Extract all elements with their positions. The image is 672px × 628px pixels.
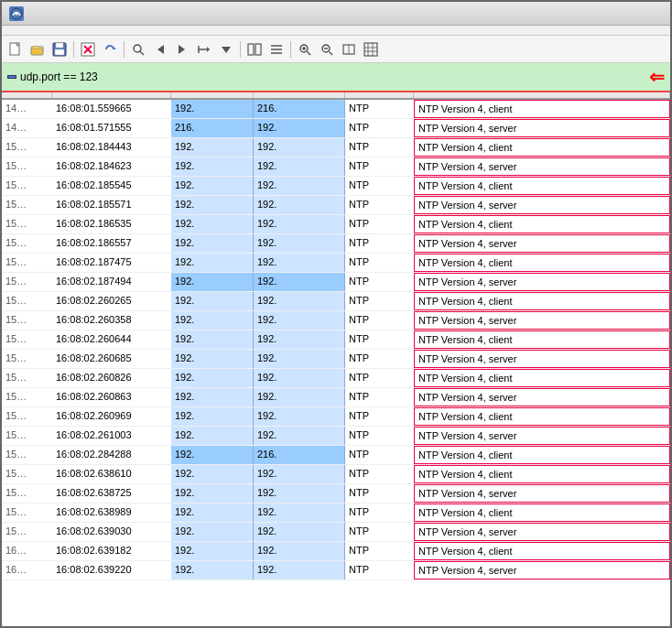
table-row[interactable]: 15… 16:08:02.638610 192. 192. NTP NTP Ve… bbox=[2, 465, 670, 484]
cell-no: 15… bbox=[2, 177, 52, 195]
cell-dest: 192. bbox=[254, 330, 345, 349]
table-row[interactable]: 15… 16:08:02.260644 192. 192. NTP NTP Ve… bbox=[2, 330, 670, 350]
cell-info: NTP Version 4, client bbox=[414, 330, 670, 349]
cell-dest: 192. bbox=[254, 561, 345, 579]
cell-info: NTP Version 4, server bbox=[414, 523, 670, 541]
cell-source: 192. bbox=[171, 234, 254, 253]
resize-columns-button[interactable] bbox=[361, 39, 381, 60]
title-bar bbox=[2, 2, 670, 26]
cell-dest: 192. bbox=[254, 311, 345, 330]
menu-button[interactable] bbox=[266, 39, 287, 60]
scroll-down-button[interactable] bbox=[216, 39, 236, 60]
table-row[interactable]: 14… 16:08:01.559665 192. 216. NTP NTP Ve… bbox=[2, 100, 670, 119]
menu-tools[interactable] bbox=[154, 27, 168, 33]
table-row[interactable]: 15… 16:08:02.284288 192. 216. NTP NTP Ve… bbox=[2, 446, 670, 465]
cell-source: 192. bbox=[171, 215, 254, 233]
cell-proto: NTP bbox=[345, 330, 414, 349]
table-row[interactable]: 15… 16:08:02.260969 192. 192. NTP NTP Ve… bbox=[2, 407, 670, 427]
cell-time: 16:08:02.260826 bbox=[52, 369, 171, 387]
cell-info: NTP Version 4, client bbox=[414, 292, 670, 310]
table-row[interactable]: 15… 16:08:02.260685 192. 192. NTP NTP Ve… bbox=[2, 350, 670, 369]
cell-no: 15… bbox=[2, 311, 52, 330]
cell-dest: 192. bbox=[254, 215, 345, 233]
table-row[interactable]: 15… 16:08:02.186557 192. 192. NTP NTP Ve… bbox=[2, 234, 670, 254]
cell-dest: 192. bbox=[254, 523, 345, 541]
menu-analyze[interactable] bbox=[88, 27, 103, 33]
cell-dest: 192. bbox=[254, 465, 345, 483]
svg-rect-33 bbox=[364, 43, 377, 56]
menu-statistics[interactable] bbox=[104, 27, 119, 33]
cell-info: NTP Version 4, client bbox=[414, 177, 670, 195]
table-row[interactable]: 15… 16:08:02.638725 192. 192. NTP NTP Ve… bbox=[2, 484, 670, 503]
cell-dest: 192. bbox=[254, 503, 345, 522]
table-row[interactable]: 15… 16:08:02.260826 192. 192. NTP NTP Ve… bbox=[2, 369, 670, 388]
cell-proto: NTP bbox=[345, 561, 414, 579]
cell-proto: NTP bbox=[345, 427, 414, 445]
goto-button[interactable] bbox=[194, 39, 214, 60]
forward-button[interactable] bbox=[172, 39, 192, 60]
svg-line-12 bbox=[140, 51, 144, 55]
menu-capture[interactable] bbox=[71, 27, 86, 33]
table-row[interactable]: 15… 16:08:02.187494 192. 192. NTP NTP Ve… bbox=[2, 273, 670, 292]
menu-wireless[interactable] bbox=[137, 27, 152, 33]
menu-view[interactable] bbox=[38, 27, 53, 33]
cell-time: 16:08:02.638610 bbox=[52, 465, 171, 483]
table-row[interactable]: 15… 16:08:02.638989 192. 192. NTP NTP Ve… bbox=[2, 503, 670, 523]
table-row[interactable]: 15… 16:08:02.260265 192. 192. NTP NTP Ve… bbox=[2, 292, 670, 311]
reload-button[interactable] bbox=[100, 39, 120, 60]
table-row[interactable]: 15… 16:08:02.185545 192. 192. NTP NTP Ve… bbox=[2, 177, 670, 196]
svg-marker-10 bbox=[114, 47, 116, 49]
back-button[interactable] bbox=[150, 39, 170, 60]
packet-table-container: 14… 16:08:01.559665 192. 216. NTP NTP Ve… bbox=[2, 92, 670, 626]
find-packet-button[interactable] bbox=[128, 39, 148, 60]
menu-edit[interactable] bbox=[22, 27, 37, 33]
cell-info: NTP Version 4, client bbox=[414, 465, 670, 483]
cell-proto: NTP bbox=[345, 100, 414, 118]
table-row[interactable]: 16… 16:08:02.639182 192. 192. NTP NTP Ve… bbox=[2, 542, 670, 561]
main-window: ⇐ 14… 16:08:01.559665 192. 216. NTP NTP … bbox=[0, 0, 672, 628]
menu-file[interactable] bbox=[5, 27, 20, 33]
cell-time: 16:08:02.639182 bbox=[52, 542, 171, 560]
table-row[interactable]: 16… 16:08:02.639220 192. 192. NTP NTP Ve… bbox=[2, 561, 670, 580]
reset-zoom-button[interactable] bbox=[339, 39, 359, 60]
cell-info: NTP Version 4, client bbox=[414, 542, 670, 560]
menu-go[interactable] bbox=[55, 27, 70, 33]
table-row[interactable]: 15… 16:08:02.184443 192. 192. NTP NTP Ve… bbox=[2, 138, 670, 157]
cell-time: 16:08:02.186535 bbox=[52, 215, 171, 233]
table-row[interactable]: 15… 16:08:02.260358 192. 192. NTP NTP Ve… bbox=[2, 311, 670, 330]
filter-input[interactable] bbox=[20, 70, 645, 83]
table-row[interactable]: 15… 16:08:02.185571 192. 192. NTP NTP Ve… bbox=[2, 196, 670, 215]
svg-rect-5 bbox=[56, 43, 63, 48]
table-row[interactable]: 15… 16:08:02.260863 192. 192. NTP NTP Ve… bbox=[2, 388, 670, 407]
cell-source: 192. bbox=[171, 465, 254, 483]
table-row[interactable]: 15… 16:08:02.184623 192. 192. NTP NTP Ve… bbox=[2, 157, 670, 177]
columns-button[interactable] bbox=[244, 39, 265, 60]
cell-proto: NTP bbox=[345, 157, 414, 176]
open-file-button[interactable] bbox=[27, 39, 48, 60]
cell-source: 192. bbox=[171, 157, 254, 176]
cell-source: 192. bbox=[171, 446, 254, 464]
toolbar bbox=[2, 36, 670, 63]
zoom-out-button[interactable] bbox=[317, 39, 337, 60]
table-row[interactable]: 15… 16:08:02.187475 192. 192. NTP NTP Ve… bbox=[2, 254, 670, 273]
cell-time: 16:08:01.571555 bbox=[52, 119, 171, 137]
table-header bbox=[2, 92, 670, 100]
save-file-button[interactable] bbox=[49, 39, 70, 60]
table-row[interactable]: 15… 16:08:02.186535 192. 192. NTP NTP Ve… bbox=[2, 215, 670, 234]
cell-proto: NTP bbox=[345, 254, 414, 272]
table-row[interactable]: 15… 16:08:02.261003 192. 192. NTP NTP Ve… bbox=[2, 427, 670, 446]
menu-telephony[interactable] bbox=[121, 27, 135, 33]
menu-help[interactable] bbox=[170, 27, 185, 33]
cell-proto: NTP bbox=[345, 446, 414, 464]
cell-no: 15… bbox=[2, 388, 52, 406]
cell-dest: 216. bbox=[254, 446, 345, 464]
cell-info: NTP Version 4, client bbox=[414, 503, 670, 522]
close-capture-button[interactable] bbox=[78, 39, 98, 60]
new-file-button[interactable] bbox=[5, 39, 26, 60]
cell-source: 192. bbox=[171, 292, 254, 310]
zoom-in-button[interactable] bbox=[295, 39, 315, 60]
table-row[interactable]: 15… 16:08:02.639030 192. 192. NTP NTP Ve… bbox=[2, 523, 670, 542]
cell-time: 16:08:02.260969 bbox=[52, 407, 171, 426]
cell-source: 192. bbox=[171, 273, 254, 291]
table-row[interactable]: 14… 16:08:01.571555 216. 192. NTP NTP Ve… bbox=[2, 119, 670, 138]
